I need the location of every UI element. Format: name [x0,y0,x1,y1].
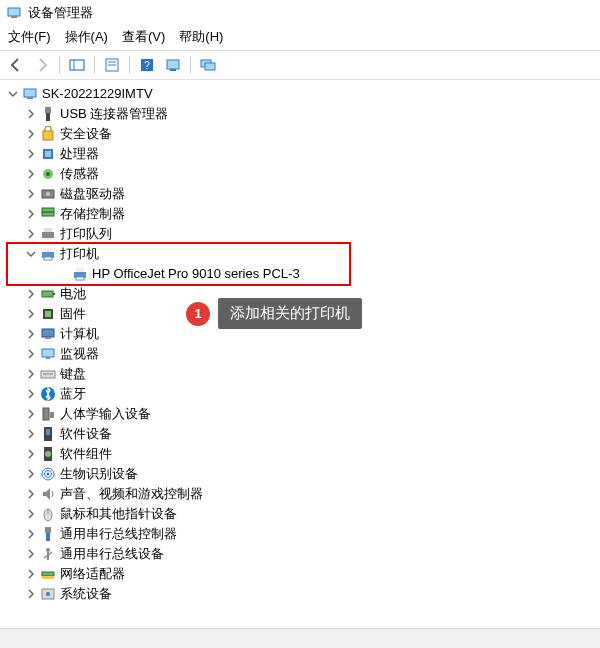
tree-category-disk[interactable]: 磁盘驱动器 [4,184,600,204]
chevron-right-icon[interactable] [24,587,38,601]
tree-category-label: 监视器 [60,344,103,364]
network-icon [40,566,56,582]
callout-label: 添加相关的打印机 [218,298,362,329]
tree-category-usbctrl[interactable]: 通用串行总线控制器 [4,524,600,544]
chevron-right-icon[interactable] [24,387,38,401]
tree-category-monitor[interactable]: 监视器 [4,344,600,364]
tree-category-label: 声音、视频和游戏控制器 [60,484,207,504]
tree-category-label: 打印机 [60,244,103,264]
usbctrl-icon [40,526,56,542]
tree-category-label: 软件设备 [60,424,116,444]
menu-help[interactable]: 帮助(H) [179,28,223,46]
tree-category-audio[interactable]: 声音、视频和游戏控制器 [4,484,600,504]
computer-icon [40,326,56,342]
monitor-icon [40,346,56,362]
tree-category-biometric[interactable]: 生物识别设备 [4,464,600,484]
tree-category-label: 人体学输入设备 [60,404,155,424]
chevron-right-icon[interactable] [24,347,38,361]
tree-root-label: SK-20221229IMTV [42,84,157,104]
tree-device[interactable]: HP OfficeJet Pro 9010 series PCL-3 [4,264,600,284]
back-button[interactable] [4,54,28,76]
tree-category-label: 键盘 [60,364,90,384]
title-bar: 设备管理器 [0,0,600,26]
tree-category-printq[interactable]: 打印队列 [4,224,600,244]
callout-badge: 1 [186,302,210,326]
chevron-down-icon[interactable] [6,87,20,101]
tree-category-bluetooth[interactable]: 蓝牙 [4,384,600,404]
battery-icon [40,286,56,302]
chevron-right-icon[interactable] [24,367,38,381]
security-icon [40,126,56,142]
device-tree: SK-20221229IMTV USB 连接器管理器安全设备处理器传感器磁盘驱动… [0,80,600,642]
tree-category-network[interactable]: 网络适配器 [4,564,600,584]
menu-view[interactable]: 查看(V) [122,28,165,46]
tree-category-label: 电池 [60,284,90,304]
software-icon [40,426,56,442]
tree-category-cpu[interactable]: 处理器 [4,144,600,164]
tree-category-storage[interactable]: 存储控制器 [4,204,600,224]
computer-icon [22,86,38,102]
toolbar-separator [94,56,95,74]
chevron-right-icon[interactable] [24,227,38,241]
chevron-right-icon[interactable] [24,507,38,521]
tree-category-label: 网络适配器 [60,564,129,584]
biometric-icon [40,466,56,482]
forward-button[interactable] [30,54,54,76]
help-button[interactable] [135,54,159,76]
tree-category-component[interactable]: 软件组件 [4,444,600,464]
menu-bar: 文件(F) 操作(A) 查看(V) 帮助(H) [0,26,600,50]
chevron-right-icon[interactable] [24,567,38,581]
tree-category-hid[interactable]: 人体学输入设备 [4,404,600,424]
tree-category-printer[interactable]: 打印机 [4,244,600,264]
tree-category-label: 生物识别设备 [60,464,142,484]
menu-file[interactable]: 文件(F) [8,28,51,46]
chevron-right-icon[interactable] [24,147,38,161]
chevron-right-icon[interactable] [24,327,38,341]
tree-device-label: HP OfficeJet Pro 9010 series PCL-3 [92,264,304,284]
tree-category-mouse[interactable]: 鼠标和其他指针设备 [4,504,600,524]
properties-button[interactable] [100,54,124,76]
chevron-right-icon[interactable] [24,527,38,541]
tree-category-label: 打印队列 [60,224,116,244]
scan-hardware-button[interactable] [161,54,185,76]
tree-root[interactable]: SK-20221229IMTV [4,84,600,104]
tree-category-system[interactable]: 系统设备 [4,584,600,604]
tree-category-label: 通用串行总线设备 [60,544,168,564]
cpu-icon [40,146,56,162]
firmware-icon [40,306,56,322]
status-bar [0,628,600,648]
show-hide-tree-button[interactable] [65,54,89,76]
chevron-right-icon[interactable] [24,467,38,481]
chevron-right-icon[interactable] [24,307,38,321]
chevron-right-icon[interactable] [24,547,38,561]
chevron-right-icon[interactable] [24,127,38,141]
tree-category-security[interactable]: 安全设备 [4,124,600,144]
chevron-right-icon[interactable] [24,107,38,121]
chevron-right-icon[interactable] [24,287,38,301]
menu-action[interactable]: 操作(A) [65,28,108,46]
tree-category-label: 存储控制器 [60,204,129,224]
tree-category-usb[interactable]: USB 连接器管理器 [4,104,600,124]
chevron-right-icon[interactable] [24,447,38,461]
printq-icon [40,226,56,242]
toolbar [0,50,600,80]
chevron-right-icon[interactable] [24,407,38,421]
window-title: 设备管理器 [28,4,93,22]
tree-category-label: 安全设备 [60,124,116,144]
sensor-icon [40,166,56,182]
chevron-right-icon[interactable] [24,427,38,441]
component-icon [40,446,56,462]
tree-category-usbdev[interactable]: 通用串行总线设备 [4,544,600,564]
devices-monitor-button[interactable] [196,54,220,76]
tree-category-software[interactable]: 软件设备 [4,424,600,444]
tree-category-sensor[interactable]: 传感器 [4,164,600,184]
tree-category-label: 蓝牙 [60,384,90,404]
chevron-right-icon[interactable] [24,207,38,221]
chevron-right-icon[interactable] [24,167,38,181]
chevron-right-icon[interactable] [24,187,38,201]
chevron-down-icon[interactable] [24,247,38,261]
tree-category-keyboard[interactable]: 键盘 [4,364,600,384]
system-icon [40,586,56,602]
chevron-right-icon[interactable] [24,487,38,501]
usbdev-icon [40,546,56,562]
